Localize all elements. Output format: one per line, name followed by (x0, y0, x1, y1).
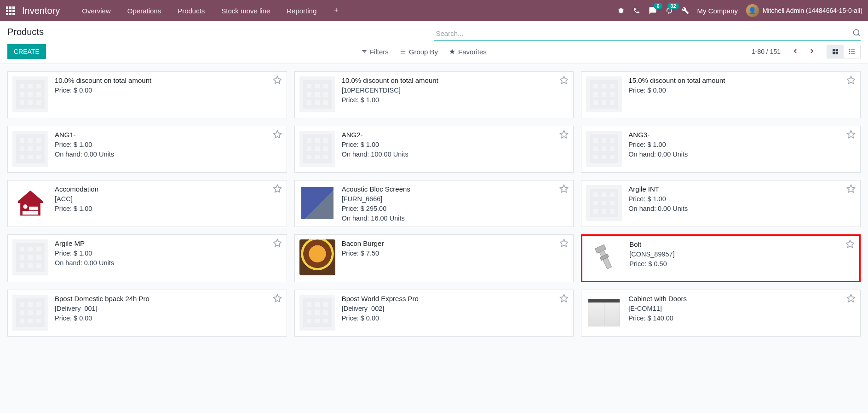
svg-marker-30 (560, 295, 568, 302)
pager-text[interactable]: 1-80 / 151 (752, 48, 781, 55)
list-view-icon[interactable] (844, 45, 860, 58)
phone-icon[interactable] (633, 7, 640, 14)
product-price: Price: $ 1.00 (628, 141, 856, 148)
svg-marker-22 (847, 185, 855, 192)
product-card[interactable]: Bacon BurgerPrice: $ 7.50 (294, 234, 574, 282)
product-card[interactable]: 15.0% discount on total amountPrice: $ 0… (581, 71, 861, 118)
nav-new-icon[interactable] (325, 1, 348, 20)
star-icon[interactable] (273, 294, 282, 304)
product-name: Argile INT (628, 185, 856, 193)
product-card[interactable]: ANG1-Price: $ 1.00On hand: 0.00 Units (7, 126, 287, 173)
create-button[interactable]: CREATE (7, 44, 46, 59)
product-name: 10.0% discount on total amount (342, 76, 569, 84)
product-name: Accomodation (55, 185, 282, 193)
product-card[interactable]: Bpost Domestic bpack 24h Pro[Delivery_00… (7, 290, 287, 337)
star-icon[interactable] (273, 238, 282, 249)
page-title: Products (7, 27, 44, 37)
search-input[interactable] (434, 27, 861, 41)
product-name: 10.0% discount on total amount (55, 76, 282, 84)
product-image (12, 185, 48, 221)
apps-icon[interactable] (4, 4, 17, 17)
star-icon[interactable] (846, 184, 856, 195)
product-card[interactable]: Bolt[CONS_89957]Price: $ 0.50 (581, 234, 861, 282)
product-card[interactable]: Cabinet with Doors[E-COM11]Price: $ 140.… (581, 290, 861, 337)
product-ref: [E-COM11] (628, 305, 856, 312)
product-image (299, 131, 335, 167)
svg-marker-28 (846, 240, 854, 248)
product-name: Bpost Domestic bpack 24h Pro (55, 295, 282, 302)
svg-marker-23 (273, 239, 281, 247)
product-image (12, 239, 48, 275)
product-price: Price: $ 7.50 (342, 250, 569, 257)
product-image (299, 76, 335, 112)
nav-systray: 6 32 (617, 6, 689, 15)
app-brand[interactable]: Inventory (22, 6, 60, 16)
star-icon[interactable] (559, 294, 569, 304)
star-icon[interactable] (559, 238, 569, 249)
nav-reporting[interactable]: Reporting (278, 1, 325, 20)
star-icon[interactable] (846, 130, 856, 140)
kanban-view-icon[interactable] (827, 45, 844, 58)
product-card[interactable]: ANG2-Price: $ 1.00On hand: 100.00 Units (294, 126, 574, 173)
star-icon[interactable] (846, 294, 856, 304)
product-card[interactable]: Acoustic Bloc Screens[FURN_6666]Price: $… (294, 180, 574, 227)
pager-prev-icon[interactable] (788, 46, 803, 58)
star-icon[interactable] (845, 239, 855, 250)
star-icon[interactable] (559, 130, 569, 140)
search-icon[interactable] (852, 29, 861, 38)
star-icon[interactable] (559, 76, 569, 86)
star-icon[interactable] (273, 130, 282, 140)
svg-rect-7 (836, 52, 838, 54)
star-icon[interactable] (273, 184, 282, 195)
company-selector[interactable]: My Company (697, 7, 738, 15)
product-price: Price: $ 1.00 (342, 96, 569, 104)
messaging-icon[interactable]: 6 (649, 6, 657, 15)
product-card[interactable]: Accomodation[ACC]Price: $ 1.00 (7, 180, 287, 227)
groupby-button[interactable]: Group By (400, 48, 438, 56)
nav-overview[interactable]: Overview (74, 1, 119, 20)
product-name: Bacon Burger (342, 239, 569, 247)
kanban-view: 10.0% discount on total amountPrice: $ 0… (0, 64, 868, 344)
user-menu[interactable]: 👤 Mitchell Admin (14484664-15-0-all) (746, 4, 864, 17)
svg-rect-6 (833, 52, 835, 54)
product-price: Price: $ 1.00 (55, 250, 282, 257)
product-card[interactable]: Bpost World Express Pro[Delivery_002]Pri… (294, 290, 574, 337)
debug-icon[interactable] (617, 7, 625, 14)
product-price: Price: $ 0.00 (628, 87, 856, 94)
product-onhand: On hand: 0.00 Units (628, 205, 856, 212)
product-image (12, 295, 48, 331)
star-icon[interactable] (273, 76, 282, 86)
product-image (12, 131, 48, 167)
product-onhand: On hand: 0.00 Units (55, 259, 282, 267)
product-image (586, 76, 622, 112)
product-name: ANG1- (55, 131, 282, 139)
nav-operations[interactable]: Operations (119, 1, 169, 20)
pager-next-icon[interactable] (805, 46, 819, 58)
user-name: Mitchell Admin (14484664-15-0-all) (763, 7, 862, 14)
product-ref: [CONS_89957] (629, 250, 855, 258)
nav-products[interactable]: Products (169, 1, 213, 20)
product-card[interactable]: ANG3-Price: $ 1.00On hand: 0.00 Units (581, 126, 861, 173)
favorites-button[interactable]: Favorites (449, 48, 487, 56)
product-price: Price: $ 0.50 (629, 260, 855, 268)
product-card[interactable]: Argile INTPrice: $ 1.00On hand: 0.00 Uni… (581, 180, 861, 227)
star-icon[interactable] (559, 184, 569, 195)
svg-marker-15 (560, 76, 568, 84)
nav-stock-move-line[interactable]: Stock move line (213, 1, 278, 20)
svg-point-0 (853, 29, 859, 35)
star-icon[interactable] (846, 76, 856, 86)
product-card[interactable]: 10.0% discount on total amountPrice: $ 0… (7, 71, 287, 118)
product-price: Price: $ 0.00 (342, 314, 569, 322)
svg-marker-17 (273, 131, 281, 138)
product-ref: [Delivery_002] (342, 305, 569, 312)
product-image (299, 239, 335, 275)
product-card[interactable]: 10.0% discount on total amount[10PERCENT… (294, 71, 574, 118)
activities-icon[interactable]: 32 (665, 6, 673, 15)
product-card[interactable]: Argile MPPrice: $ 1.00On hand: 0.00 Unit… (7, 234, 287, 282)
filters-button[interactable]: Filters (362, 48, 389, 56)
product-ref: [FURN_6666] (342, 195, 569, 203)
tools-icon[interactable] (682, 7, 689, 14)
product-price: Price: $ 0.00 (55, 87, 282, 94)
nav-menu: Overview Operations Products Stock move … (74, 1, 348, 20)
svg-rect-4 (833, 49, 835, 51)
